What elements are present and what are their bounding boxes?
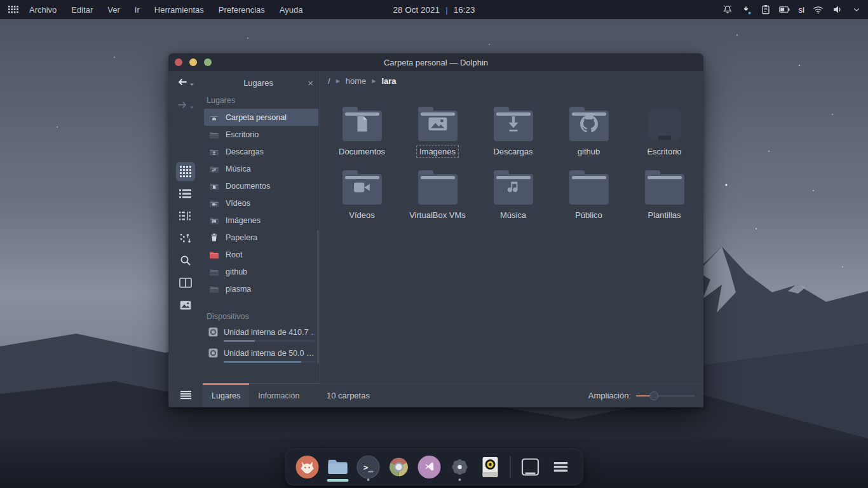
music-glyph-icon: [506, 179, 521, 196]
keyboard-layout-indicator[interactable]: si: [798, 5, 804, 15]
menu-archivo[interactable]: Archivo: [28, 4, 58, 16]
folder-virtualbox-vms[interactable]: VirtualBox VMs: [400, 165, 475, 229]
close-window-button[interactable]: [175, 58, 182, 66]
window-body: Lugares × Lugares Carpeta personal Escri…: [168, 71, 703, 383]
place-label: Root: [226, 250, 242, 259]
dock-terminal[interactable]: >_: [356, 452, 381, 482]
statusbar-right: 10 carpetas Ampliación:: [320, 383, 703, 407]
preview-button[interactable]: [176, 295, 195, 315]
tab-informacion[interactable]: Información: [249, 384, 308, 407]
back-history-caret-icon: [189, 78, 194, 89]
dock-chromium[interactable]: [386, 452, 412, 482]
clock-time: 16:23: [454, 5, 475, 15]
speaker-icon: [479, 456, 502, 478]
folder-label: Escritorio: [644, 146, 684, 158]
place-imagenes[interactable]: Imágenes: [204, 212, 318, 229]
place-label: Escritorio: [226, 130, 259, 139]
menu-editar[interactable]: Editar: [70, 4, 94, 16]
device-internal-drive-2[interactable]: Unidad interna de 50.0 …: [203, 346, 320, 367]
place-carpeta-personal[interactable]: Carpeta personal: [204, 109, 318, 126]
folder-music-icon: [209, 164, 219, 174]
folder-documentos[interactable]: Documentos: [324, 102, 400, 165]
clipboard-icon[interactable]: [760, 4, 771, 15]
list-view-button[interactable]: [176, 184, 195, 203]
clock[interactable]: 28 Oct 2021 | 16:23: [393, 0, 475, 19]
folder-github[interactable]: github: [551, 102, 627, 165]
volume-icon[interactable]: [832, 4, 843, 15]
place-escritorio[interactable]: Escritorio: [204, 126, 318, 143]
updates-icon[interactable]: [741, 4, 752, 15]
video-glyph-icon: [353, 181, 371, 194]
dock-file-manager[interactable]: [325, 452, 351, 482]
folder-imagenes[interactable]: Imágenes: [400, 102, 475, 165]
dock-app-menu[interactable]: [548, 452, 574, 482]
folder-videos[interactable]: Vídeos: [324, 165, 400, 229]
folder-icon: [209, 284, 219, 294]
search-button[interactable]: [176, 251, 195, 270]
sort-button[interactable]: [176, 229, 195, 248]
place-label: Papelera: [226, 233, 257, 242]
place-github[interactable]: github: [204, 263, 318, 280]
menubar-menus: Archivo Editar Ver Ir Herramientas Prefe…: [28, 4, 304, 16]
menu-preferencias[interactable]: Preferencias: [217, 4, 266, 16]
notifications-bell-icon[interactable]: [722, 4, 733, 15]
place-papelera[interactable]: Papelera: [204, 229, 318, 246]
folder-publico[interactable]: Público: [551, 165, 627, 229]
dock: >_: [285, 449, 583, 485]
panel-menu-button[interactable]: [168, 383, 203, 407]
device-internal-drive-1[interactable]: Unidad interna de 410.7 …: [203, 325, 320, 346]
folder-descargas[interactable]: Descargas: [475, 102, 551, 165]
back-button[interactable]: [177, 78, 194, 88]
folder-escritorio[interactable]: Escritorio: [627, 102, 702, 165]
menu-ayuda[interactable]: Ayuda: [278, 4, 304, 16]
compact-view-button[interactable]: [176, 207, 195, 226]
forward-button[interactable]: [177, 101, 194, 111]
folder-musica[interactable]: Música: [475, 165, 551, 229]
zoom-slider[interactable]: [636, 391, 695, 400]
menu-ver[interactable]: Ver: [106, 4, 121, 16]
place-videos[interactable]: Vídeos: [204, 194, 318, 212]
folder-label: github: [574, 146, 603, 158]
dock-firefox[interactable]: [295, 452, 320, 482]
dock-multimedia[interactable]: [478, 452, 503, 482]
document-glyph-icon: [355, 116, 369, 132]
place-plasma[interactable]: plasma: [204, 280, 318, 297]
dock-show-desktop[interactable]: [518, 452, 543, 482]
breadcrumb-home[interactable]: home: [346, 76, 367, 86]
breadcrumb-current[interactable]: lara: [381, 76, 396, 86]
place-label: Vídeos: [226, 199, 250, 208]
show-desktop-icon: [519, 456, 542, 478]
wifi-icon[interactable]: [813, 4, 824, 15]
dolphin-window: Carpeta personal — Dolphin: [168, 53, 703, 407]
drive-usage-bar: [224, 361, 315, 363]
split-view-button[interactable]: [176, 273, 195, 292]
place-musica[interactable]: Música: [204, 160, 318, 177]
trash-icon: [209, 233, 219, 243]
download-glyph-icon: [506, 116, 521, 132]
tab-lugares[interactable]: Lugares: [203, 384, 249, 407]
sidebar-scrollbar[interactable]: [317, 230, 319, 363]
toolstrip: [168, 71, 203, 383]
dock-code-editor[interactable]: [417, 452, 442, 482]
menu-herramientas[interactable]: Herramientas: [153, 4, 205, 16]
folder-plantillas[interactable]: Plantillas: [627, 165, 702, 229]
place-label: plasma: [226, 285, 251, 294]
place-documentos[interactable]: Documentos: [204, 177, 318, 194]
place-descargas[interactable]: Descargas: [204, 143, 318, 160]
menu-ir[interactable]: Ir: [133, 4, 141, 16]
tray-expander-chevron-icon[interactable]: [851, 4, 862, 15]
dock-system-settings[interactable]: [447, 452, 473, 482]
battery-icon[interactable]: [779, 4, 790, 15]
places-panel-close-icon[interactable]: ×: [308, 78, 313, 88]
icons-view-button[interactable]: [176, 162, 195, 181]
maximize-window-button[interactable]: [204, 58, 212, 66]
breadcrumb-root[interactable]: /: [328, 76, 330, 86]
zoom-slider-knob[interactable]: [649, 391, 658, 400]
place-root[interactable]: Root: [204, 246, 318, 263]
minimize-window-button[interactable]: [189, 58, 197, 66]
titlebar[interactable]: Carpeta personal — Dolphin: [168, 53, 703, 71]
folder-label: Música: [497, 209, 529, 221]
app-launcher-icon[interactable]: [6, 4, 20, 15]
running-indicator: [367, 478, 370, 481]
place-label: Música: [226, 165, 251, 173]
